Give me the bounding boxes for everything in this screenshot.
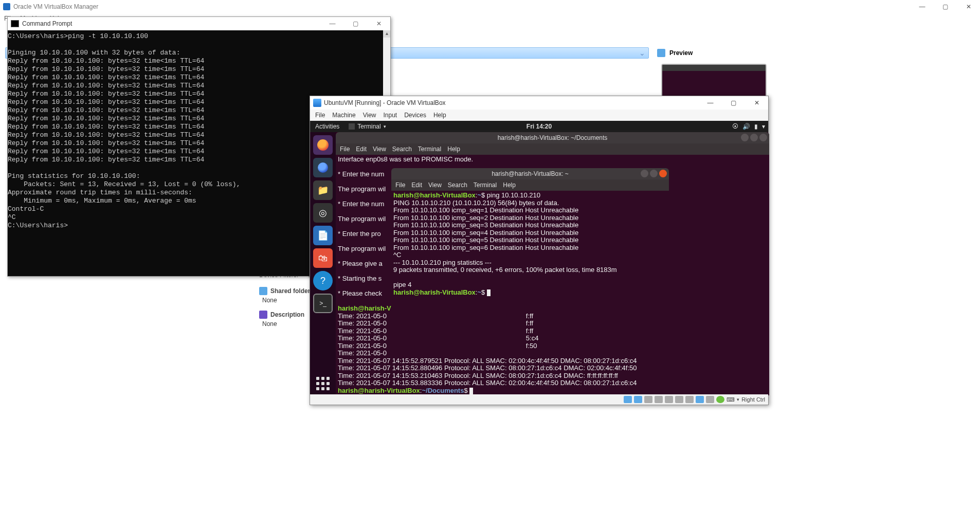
menu-input[interactable]: Input — [384, 112, 397, 119]
accessibility-icon[interactable]: ⦿ — [732, 123, 738, 130]
chevron-down-icon[interactable]: ⌄ — [639, 49, 645, 57]
close-button[interactable] — [759, 134, 767, 141]
gnome-status-area[interactable]: ⦿ 🔊 ▮ ▾ — [732, 123, 765, 130]
minimize-button[interactable]: — — [321, 17, 344, 30]
mouse-integration-icon[interactable] — [716, 396, 724, 403]
ubuntu-dock: 📁 ◎ 📄 🛍 ? — [310, 132, 336, 394]
show-apps-icon[interactable] — [316, 377, 330, 390]
clock[interactable]: Fri 14:20 — [527, 123, 552, 130]
menu-file[interactable]: File — [315, 112, 325, 119]
preview-icon — [657, 49, 665, 57]
vm-window-controls: — ▢ ✕ — [699, 96, 768, 110]
menu-help[interactable]: Help — [447, 146, 460, 153]
menu-search[interactable]: Search — [392, 146, 412, 153]
menu-view[interactable]: View — [363, 112, 376, 119]
cmd-title-text: Command Prompt — [22, 20, 72, 27]
keyboard-icon[interactable]: ⌨ — [727, 396, 735, 403]
ubuntu-desktop: Activities Terminal ▾ Fri 14:20 ⦿ 🔊 ▮ ▾ … — [310, 121, 768, 394]
vbox-window-controls: — ▢ ✕ — [911, 0, 980, 13]
vbox-title-text: Oracle VM VirtualBox Manager — [13, 3, 98, 10]
minimize-button[interactable] — [641, 170, 648, 177]
terminal-icon — [349, 123, 355, 130]
chevron-down-icon: ▾ — [384, 124, 386, 129]
folder-icon — [259, 287, 267, 295]
menu-terminal[interactable]: Terminal — [474, 181, 497, 189]
shared-folders-label: Shared folder — [270, 287, 310, 295]
display-icon[interactable] — [685, 396, 694, 403]
software-icon[interactable]: 🛍 — [313, 248, 333, 268]
menu-search[interactable]: Search — [448, 181, 467, 189]
rhythmbox-icon[interactable]: ◎ — [313, 203, 333, 223]
maximize-button[interactable] — [650, 170, 658, 177]
usb-icon[interactable] — [665, 396, 673, 403]
menu-devices[interactable]: Devices — [404, 112, 426, 119]
menu-view[interactable]: View — [428, 181, 442, 189]
term1-title-text: harish@harish-VirtualBox: ~/Documents — [498, 134, 608, 142]
close-button[interactable]: ✕ — [745, 96, 768, 110]
firefox-icon[interactable] — [313, 135, 333, 155]
vbox-titlebar[interactable]: Oracle VM VirtualBox Manager — ▢ ✕ — [0, 0, 980, 13]
term2-titlebar[interactable]: harish@harish-VirtualBox: ~ — [391, 168, 669, 179]
menu-file[interactable]: File — [340, 146, 350, 153]
cmd-titlebar[interactable]: Command Prompt — ▢ ✕ — [8, 17, 390, 30]
vm-statusbar: ⌨ ▾ Right Ctrl — [310, 394, 768, 405]
term1-titlebar[interactable]: harish@harish-VirtualBox: ~/Documents — [336, 132, 769, 143]
virtualbox-icon — [313, 99, 321, 107]
maximize-button[interactable]: ▢ — [934, 0, 957, 13]
term1-menubar: File Edit View Search Terminal Help — [336, 143, 769, 155]
hdd-icon[interactable] — [624, 396, 632, 403]
cmd-window-controls: — ▢ ✕ — [321, 17, 390, 30]
gnome-topbar: Activities Terminal ▾ Fri 14:20 ⦿ 🔊 ▮ ▾ — [310, 121, 768, 132]
preview-header: Preview — [657, 47, 972, 59]
vm-menubar: File Machine View Input Devices Help — [310, 110, 768, 121]
ubuntu-vm-window[interactable]: UbuntuVM [Running] - Oracle VM VirtualBo… — [310, 96, 769, 405]
term2-menubar: File Edit View Search Terminal Help — [391, 179, 669, 191]
menu-terminal[interactable]: Terminal — [418, 146, 441, 153]
cpu-icon[interactable] — [706, 396, 714, 403]
cmd-icon — [11, 20, 19, 27]
help-icon[interactable]: ? — [313, 271, 333, 290]
menu-edit[interactable]: Edit — [356, 146, 367, 153]
menu-machine[interactable]: Machine — [332, 112, 355, 119]
menu-view[interactable]: View — [373, 146, 386, 153]
maximize-button[interactable] — [750, 134, 758, 141]
network-icon[interactable] — [655, 396, 663, 403]
current-app-indicator[interactable]: Terminal ▾ — [344, 123, 390, 130]
libreoffice-icon[interactable]: 📄 — [313, 226, 333, 245]
files-icon[interactable]: 📁 — [313, 180, 333, 200]
menu-help[interactable]: Help — [503, 181, 516, 189]
menu-edit[interactable]: Edit — [411, 181, 422, 189]
volume-icon[interactable]: 🔊 — [742, 123, 750, 130]
close-button[interactable]: ✕ — [957, 0, 980, 13]
gnome-terminal-home[interactable]: harish@harish-VirtualBox: ~ File Edit Vi… — [391, 168, 669, 298]
host-key-label: Right Ctrl — [741, 396, 765, 403]
maximize-button[interactable]: ▢ — [344, 17, 367, 30]
term2-output[interactable]: harish@harish-VirtualBox:~$ ping 10.10.1… — [391, 191, 669, 297]
description-icon — [259, 311, 267, 319]
optical-icon[interactable] — [634, 396, 642, 403]
audio-icon[interactable] — [644, 396, 652, 403]
close-button[interactable] — [659, 170, 667, 177]
maximize-button[interactable]: ▢ — [722, 96, 745, 110]
vbox-app-icon — [3, 3, 10, 10]
close-button[interactable]: ✕ — [367, 17, 390, 30]
term2-title-text: harish@harish-VirtualBox: ~ — [492, 170, 569, 178]
vm-titlebar[interactable]: UbuntuVM [Running] - Oracle VM VirtualBo… — [310, 96, 768, 110]
menu-file[interactable]: File — [395, 181, 405, 189]
recording-icon[interactable] — [696, 396, 704, 403]
chevron-down-icon[interactable]: ▾ — [762, 123, 765, 130]
thunderbird-icon[interactable] — [313, 158, 333, 177]
battery-icon[interactable]: ▮ — [754, 123, 758, 130]
scroll-up-icon[interactable]: ▴ — [383, 30, 390, 38]
activities-button[interactable]: Activities — [310, 123, 344, 130]
vm-title-text: UbuntuVM [Running] - Oracle VM VirtualBo… — [324, 99, 446, 106]
shared-folder-icon[interactable] — [675, 396, 683, 403]
preview-label: Preview — [669, 49, 693, 57]
minimize-button[interactable]: — — [699, 96, 722, 110]
minimize-button[interactable] — [741, 134, 749, 141]
chevron-down-icon[interactable]: ▾ — [737, 397, 739, 402]
menu-help[interactable]: Help — [433, 112, 446, 119]
minimize-button[interactable]: — — [911, 0, 934, 13]
description-label: Description — [270, 311, 304, 318]
terminal-icon[interactable] — [313, 294, 333, 313]
